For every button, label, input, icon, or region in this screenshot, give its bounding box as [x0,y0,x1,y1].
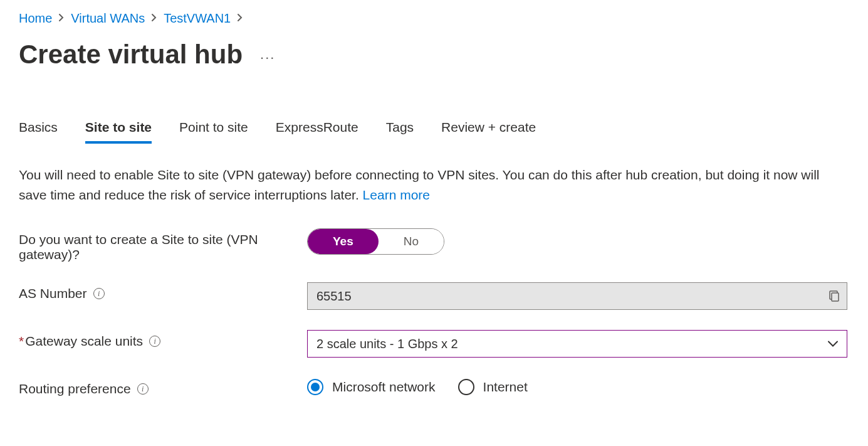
form-row-as-number: AS Number i [19,282,849,310]
radio-microsoft-network[interactable]: Microsoft network [307,379,436,395]
create-gateway-toggle[interactable]: Yes No [307,228,444,255]
tab-review-create[interactable]: Review + create [441,120,536,144]
more-actions-button[interactable]: ··· [260,45,275,65]
chevron-right-icon [58,12,65,25]
form-row-routing-preference: Routing preference i Microsoft network I… [19,378,849,396]
tab-expressroute[interactable]: ExpressRoute [276,120,358,144]
info-icon[interactable]: i [149,336,160,347]
tab-point-to-site[interactable]: Point to site [179,120,248,144]
radio-button-icon [307,379,323,395]
routing-preference-radio-group: Microsoft network Internet [307,378,849,395]
radio-internet[interactable]: Internet [458,379,528,395]
form-row-create-gateway: Do you want to create a Site to site (VP… [19,228,849,262]
tab-description: You will need to enable Site to site (VP… [19,165,846,204]
tabs: Basics Site to site Point to site Expres… [19,120,849,144]
breadcrumb: Home Virtual WANs TestVWAN1 [19,11,849,26]
tab-basics[interactable]: Basics [19,120,58,144]
breadcrumb-testvwan1[interactable]: TestVWAN1 [164,11,231,26]
copy-icon[interactable] [829,290,840,302]
breadcrumb-home[interactable]: Home [19,11,52,26]
breadcrumb-virtual-wans[interactable]: Virtual WANs [71,11,145,26]
gateway-scale-select[interactable]: 2 scale units - 1 Gbps x 2 [307,330,847,358]
toggle-no[interactable]: No [379,229,444,254]
page-title: Create virtual hub [19,40,243,70]
svg-rect-0 [832,293,839,301]
chevron-right-icon [151,12,157,25]
radio-label: Microsoft network [332,380,436,395]
learn-more-link[interactable]: Learn more [363,188,430,202]
create-gateway-label: Do you want to create a Site to site (VP… [19,232,282,262]
info-icon[interactable]: i [137,383,149,395]
routing-preference-label: Routing preference [19,381,131,396]
chevron-right-icon [237,12,243,25]
radio-label: Internet [483,380,528,395]
info-icon[interactable]: i [93,288,105,299]
as-number-label: AS Number [19,286,87,301]
gateway-scale-label: *Gateway scale units [19,334,143,349]
tab-site-to-site[interactable]: Site to site [85,120,152,144]
radio-button-icon [458,379,474,395]
required-mark: * [19,334,24,348]
tab-tags[interactable]: Tags [386,120,414,144]
as-number-input[interactable] [307,282,847,310]
page-header: Create virtual hub ··· [19,40,849,70]
form-row-gateway-scale: *Gateway scale units i 2 scale units - 1… [19,330,849,358]
toggle-yes[interactable]: Yes [308,229,379,254]
